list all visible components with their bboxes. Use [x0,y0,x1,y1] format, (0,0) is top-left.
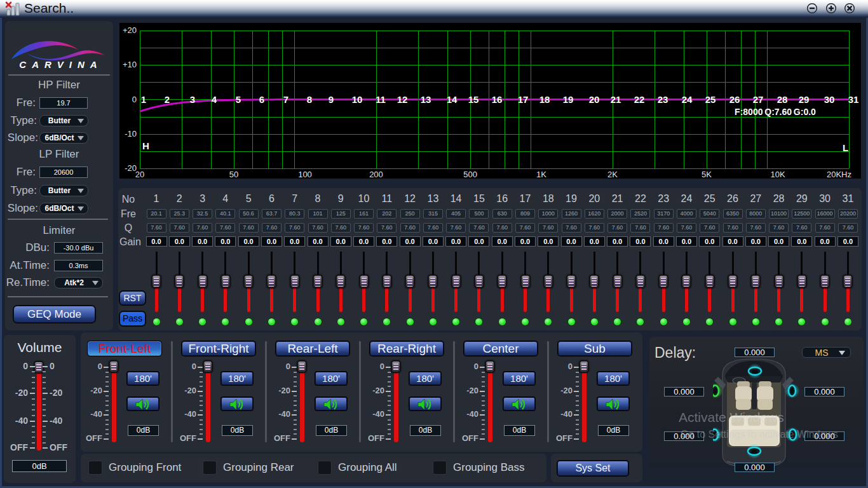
svg-text:18: 18 [539,94,550,105]
svg-text:6: 6 [259,94,264,105]
svg-text:25: 25 [705,94,716,105]
svg-text:-10: -10 [125,129,137,139]
svg-text:F:8000 Q:7.60 G:0.0: F:8000 Q:7.60 G:0.0 [735,107,816,117]
svg-text:L: L [843,142,848,153]
svg-text:13: 13 [421,94,431,105]
svg-text:0: 0 [132,95,137,104]
svg-text:5K: 5K [702,170,712,179]
svg-text:17: 17 [518,94,529,105]
svg-text:14: 14 [447,94,458,105]
svg-text:20: 20 [589,94,600,105]
svg-text:50: 50 [229,170,238,179]
svg-text:7: 7 [283,94,288,105]
svg-text:100: 100 [298,170,312,179]
svg-text:20KHz: 20KHz [827,170,851,179]
svg-text:20: 20 [135,170,144,179]
svg-text:30: 30 [824,94,835,105]
svg-text:31: 31 [848,94,859,105]
svg-text:10: 10 [352,94,363,105]
svg-text:21: 21 [611,94,621,105]
svg-text:16: 16 [492,94,503,105]
svg-text:15: 15 [468,94,479,105]
svg-text:19: 19 [563,94,574,105]
svg-text:12: 12 [397,94,408,105]
svg-text:2: 2 [165,94,170,105]
svg-text:27: 27 [753,94,764,105]
svg-text:11: 11 [376,94,386,105]
svg-text:22: 22 [634,94,645,105]
svg-text:2K: 2K [607,170,618,179]
svg-text:200: 200 [369,170,383,179]
svg-text:+20: +20 [123,25,137,35]
svg-text:3: 3 [190,94,195,105]
svg-text:1: 1 [141,94,146,105]
svg-text:26: 26 [729,94,740,105]
svg-text:28: 28 [777,94,788,105]
svg-text:10K: 10K [770,170,785,179]
svg-text:9: 9 [329,94,334,105]
svg-text:4: 4 [212,94,217,105]
svg-text:+10: +10 [123,60,137,69]
svg-text:500: 500 [463,170,477,179]
svg-text:1K: 1K [536,170,546,179]
svg-text:29: 29 [799,94,810,105]
svg-text:8: 8 [307,94,312,105]
svg-text:H: H [142,140,149,151]
svg-text:23: 23 [658,94,668,105]
svg-text:5: 5 [236,94,241,105]
svg-text:24: 24 [682,94,693,105]
